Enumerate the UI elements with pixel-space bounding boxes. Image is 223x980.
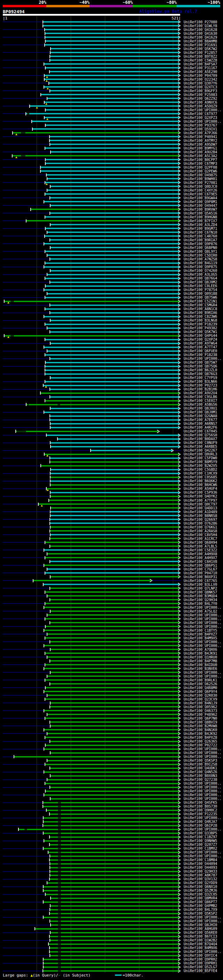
hit-bar[interactable]: [50, 837, 178, 838]
hit-bar[interactable]: [51, 446, 178, 447]
hit-label[interactable]: UniRef100_UPI000..: [184, 625, 221, 628]
alignment-row[interactable]: UniRef100_C7YPS9: [0, 376, 223, 380]
alignment-row[interactable]: UniRef100_B4JK92: [0, 732, 223, 736]
alignment-row[interactable]: UniRef100_UPI000..: [0, 675, 223, 678]
hit-bar[interactable]: [47, 779, 178, 780]
alignment-row[interactable]: UniRef100_B8AHM8: [0, 39, 223, 43]
alignment-row[interactable]: UniRef100_B3LN66: [0, 380, 223, 383]
hit-bar[interactable]: [50, 59, 178, 61]
alignment-row[interactable]: UniRef100_B7FIX7: [0, 219, 223, 223]
hit-label[interactable]: UniRef100_A9U2B4: [184, 150, 217, 154]
hit-bar[interactable]: [45, 572, 178, 574]
hit-label[interactable]: UniRef100_C1BTY5: [184, 628, 217, 632]
hit-label[interactable]: UniRef100_A7PJ66: [184, 131, 217, 135]
hit-label[interactable]: UniRef100_A9TWG4: [184, 341, 217, 345]
hit-bar[interactable]: [47, 434, 178, 436]
alignment-row[interactable]: UniRef100_Q26365: [0, 740, 223, 743]
alignment-row[interactable]: UniRef100_B3LLV0: [0, 583, 223, 587]
hit-bar[interactable]: [50, 423, 178, 425]
alignment-row[interactable]: UniRef100_UPI000..: [0, 617, 223, 621]
hit-label[interactable]: UniRef100_Q68H94: [184, 541, 217, 544]
alignment-row[interactable]: UniRef100_Q6BPN0: [0, 246, 223, 250]
hit-bar[interactable]: [41, 94, 178, 95]
alignment-row[interactable]: UniRef100_C8Z3W6: [0, 315, 223, 318]
hit-bar[interactable]: [50, 331, 178, 333]
alignment-row[interactable]: UniRef100_B9RIA6: [0, 311, 223, 315]
alignment-row[interactable]: UniRef100_Q9NHW5: [0, 839, 223, 843]
hit-bar[interactable]: [35, 928, 178, 929]
hit-bar[interactable]: [50, 721, 178, 723]
hit-bar[interactable]: [45, 369, 178, 371]
hit-label[interactable]: UniRef100_Q875W6: [184, 296, 217, 299]
alignment-row[interactable]: UniRef100_C1BM84: [0, 858, 223, 862]
hit-bar[interactable]: [50, 358, 178, 360]
hit-bar[interactable]: [50, 641, 178, 643]
hit-label[interactable]: UniRef100_B3LNG8: [184, 318, 217, 322]
hit-label[interactable]: UniRef100_UPI000..: [184, 751, 221, 755]
hit-bar[interactable]: [45, 124, 178, 126]
alignment-row[interactable]: UniRef100_A7TT47: [0, 345, 223, 349]
hit-label[interactable]: UniRef100_B9RVW7: [184, 208, 217, 212]
hit-bar[interactable]: [50, 871, 178, 872]
hit-label[interactable]: UniRef100_Q26697: [184, 518, 217, 522]
hit-bar[interactable]: [43, 25, 178, 26]
alignment-row[interactable]: UniRef100_P27081: [0, 181, 223, 185]
hit-label[interactable]: UniRef100_C5DIR0: [184, 253, 217, 257]
alignment-row[interactable]: UniRef100_O46373: [0, 709, 223, 713]
hit-label[interactable]: UniRef100_B4FSA7: [184, 62, 217, 66]
hit-label[interactable]: UniRef100_Q876G3: [184, 372, 217, 376]
hit-label[interactable]: UniRef100_C6TH45: [184, 430, 217, 433]
hit-label[interactable]: UniRef100_Q2XPZ4: [184, 337, 217, 341]
alignment-row[interactable]: UniRef100_C8V5H4: [0, 533, 223, 537]
hit-label[interactable]: UniRef100_B4G119: [184, 261, 217, 265]
alignment-row[interactable]: UniRef100_Q2XTC3: [0, 85, 223, 89]
hit-label[interactable]: UniRef100_Q8NK57: [184, 590, 217, 594]
hit-label[interactable]: UniRef100_A7QHX6: [184, 648, 217, 651]
hit-bar[interactable]: [50, 492, 178, 493]
hit-label[interactable]: UniRef100_Q8L9Y1: [184, 250, 217, 253]
alignment-row[interactable]: UniRef100_Q5ZLG7: [0, 965, 223, 969]
alignment-row[interactable]: UniRef100_B9GWA4: [0, 196, 223, 200]
alignment-row[interactable]: UniRef100_P12235: [0, 812, 223, 816]
alignment-row[interactable]: UniRef100_Q76KG1: [0, 525, 223, 529]
alignment-row[interactable]: UniRef100_A9NVC6: [0, 100, 223, 104]
hit-bar[interactable]: [45, 745, 178, 746]
alignment-row[interactable]: UniRef100_C5G8D2: [0, 468, 223, 471]
hit-label[interactable]: UniRef100_B8AHM8: [184, 39, 217, 43]
alignment-row[interactable]: UniRef100_Q4DYK2: [0, 494, 223, 498]
alignment-row[interactable]: UniRef100_Q207Z7: [0, 843, 223, 846]
alignment-row[interactable]: UniRef100_B4L7Y0: [0, 602, 223, 606]
hit-label[interactable]: UniRef100_UPI000..: [184, 617, 221, 621]
hit-label[interactable]: UniRef100_C7YPS9: [184, 376, 217, 380]
alignment-row[interactable]: UniRef100_Q3ZC05: [0, 892, 223, 896]
hit-label[interactable]: UniRef100_B9T0Z2: [184, 54, 217, 59]
hit-bar[interactable]: [45, 542, 178, 543]
alignment-row[interactable]: UniRef100_C5WZZ8: [0, 59, 223, 62]
alignment-row[interactable]: UniRef100_Q2XPZ4: [0, 337, 223, 341]
hit-label[interactable]: UniRef100_Q33BP5: [184, 831, 217, 835]
hit-label[interactable]: UniRef100_A4H9X7: [184, 556, 217, 560]
alignment-row[interactable]: UniRef100_Q5KSP3: [0, 759, 223, 762]
hit-label[interactable]: UniRef100_C4XY26: [184, 188, 217, 192]
hit-label[interactable]: UniRef100_B6HCW6: [184, 483, 217, 487]
hit-label[interactable]: UniRef100_Q6BPN0: [184, 246, 217, 250]
alignment-row[interactable]: UniRef100_B6JZL0: [0, 368, 223, 372]
alignment-row[interactable]: UniRef100_B9GFF3: [0, 89, 223, 93]
hit-label[interactable]: UniRef100_B4M9X5: [184, 636, 217, 640]
hit-bar[interactable]: [14, 756, 178, 757]
alignment-row[interactable]: UniRef100_B3MQD4: [0, 594, 223, 598]
hit-bar[interactable]: [16, 431, 157, 432]
alignment-row[interactable]: UniRef100_Q5A516: [0, 212, 223, 215]
hit-label[interactable]: UniRef100_Q8BVI9: [184, 720, 217, 724]
alignment-row[interactable]: UniRef100_A5HUF4: [0, 487, 223, 490]
alignment-row[interactable]: UniRef100_Q876G4: [0, 276, 223, 280]
hit-bar[interactable]: [50, 947, 178, 949]
alignment-row[interactable]: UniRef100_B9HGN8: [0, 215, 223, 219]
hit-label[interactable]: UniRef100_B9RLK1: [184, 678, 217, 682]
alignment-row[interactable]: UniRef100_P78754: [0, 288, 223, 292]
hit-bar[interactable]: [45, 557, 178, 558]
alignment-row[interactable]: UniRef100_UPI000..: [0, 640, 223, 644]
hit-bar[interactable]: [43, 802, 178, 803]
hit-bar[interactable]: [50, 932, 178, 934]
hit-label[interactable]: UniRef100_Q9PRH1: [184, 961, 217, 965]
